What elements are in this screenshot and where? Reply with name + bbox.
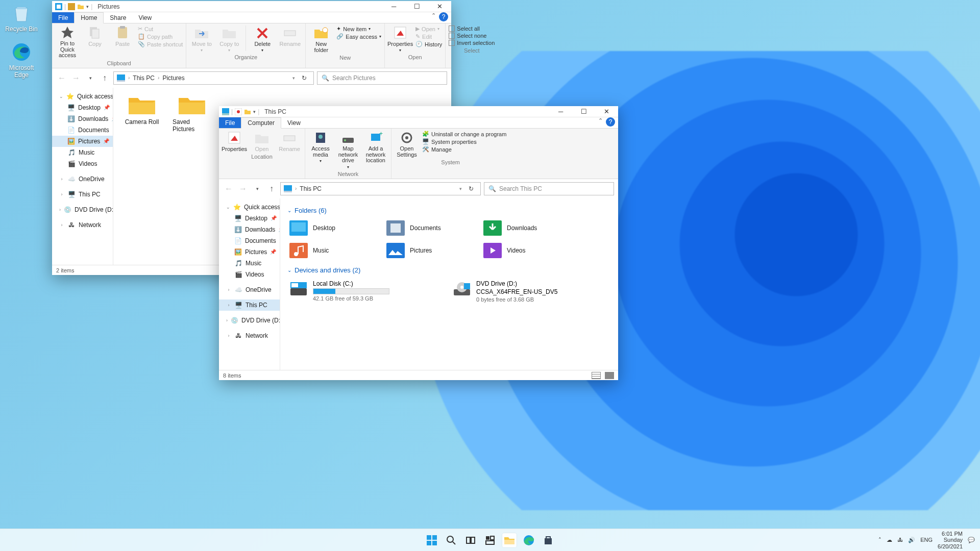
close-button[interactable]: ✕	[595, 106, 618, 117]
properties-button[interactable]: Properties▾	[388, 26, 412, 53]
select-all-button[interactable]: Select all	[449, 26, 495, 32]
nav-music[interactable]: 🎵Music	[52, 147, 113, 158]
refresh-button[interactable]: ↻	[465, 185, 477, 192]
help-button[interactable]: ?	[439, 12, 448, 21]
titlebar[interactable]: | ▾ | This PC ─ ☐ ✕	[219, 106, 618, 117]
breadcrumb-leaf[interactable]: Pictures	[162, 74, 184, 82]
maximize-button[interactable]: ☐	[572, 106, 595, 117]
maximize-button[interactable]: ☐	[405, 1, 428, 12]
nav-videos[interactable]: 🎬Videos	[219, 269, 280, 280]
tray-chevron-up-icon[interactable]: ˄	[878, 537, 881, 543]
addr-dropdown-icon[interactable]: ▾	[459, 186, 462, 191]
forward-button[interactable]: →	[237, 183, 249, 194]
nav-documents[interactable]: 📄Documents📌	[52, 124, 113, 136]
recent-dropdown[interactable]: ▾	[85, 72, 96, 84]
minimize-button[interactable]: ─	[549, 106, 572, 117]
section-folders[interactable]: ⌄Folders (6)	[287, 207, 611, 214]
invert-selection-button[interactable]: Invert selection	[449, 40, 495, 46]
drive-dvd-d[interactable]: DVD Drive (D:) CCSA_X64FRE_EN-US_DV5 0 b…	[451, 278, 594, 305]
taskbar-store[interactable]	[541, 533, 555, 547]
nav-documents[interactable]: 📄Documents📌	[219, 235, 280, 246]
tray-onedrive-icon[interactable]: ☁	[887, 537, 892, 543]
properties-button[interactable]: Properties	[222, 131, 247, 152]
qat-dropdown-icon[interactable]: ▾	[253, 109, 256, 114]
tray-clock[interactable]: 6:01 PM Sunday 6/20/2021	[938, 531, 963, 550]
help-button[interactable]: ?	[606, 117, 615, 127]
nav-downloads[interactable]: ⬇️Downloads📌	[52, 113, 113, 124]
history-button[interactable]: 🕘History	[415, 41, 442, 47]
nav-pictures[interactable]: 🖼️Pictures📌	[52, 136, 113, 147]
folder-saved-pictures[interactable]: Saved Pictures	[173, 94, 211, 133]
forward-button[interactable]: →	[70, 72, 82, 84]
tray-language[interactable]: ENG	[920, 537, 933, 543]
breadcrumb-root[interactable]: This PC	[300, 185, 322, 192]
tray-notifications-icon[interactable]: 💬	[968, 537, 975, 543]
nav-pictures[interactable]: 🖼️Pictures📌	[219, 246, 280, 258]
drive-local-c[interactable]: Local Disk (C:) 42.1 GB free of 59.3 GB	[287, 278, 430, 305]
nav-desktop[interactable]: 🖥️Desktop📌	[219, 213, 280, 224]
folder-tile-pictures[interactable]: Pictures	[384, 241, 481, 263]
folder-tile-music[interactable]: Music	[287, 241, 384, 263]
recent-dropdown[interactable]: ▾	[252, 183, 263, 194]
view-details-button[interactable]	[592, 372, 601, 379]
paste-button[interactable]: Paste	[110, 26, 135, 47]
breadcrumb-root[interactable]: This PC	[133, 74, 155, 82]
easy-access-button[interactable]: 🔗Easy access ▾	[336, 33, 381, 40]
uninstall-program-button[interactable]: 🧩Uninstall or change a program	[422, 131, 506, 137]
nav-quick-access[interactable]: ⌄⭐Quick access	[52, 91, 113, 102]
nav-downloads[interactable]: ⬇️Downloads📌	[219, 224, 280, 235]
paste-shortcut-button[interactable]: 📎Paste shortcut	[138, 41, 183, 47]
tab-file[interactable]: File	[219, 117, 241, 128]
nav-onedrive[interactable]: ›☁️OneDrive	[219, 284, 280, 295]
nav-dvd[interactable]: ›💿DVD Drive (D:) CCSA	[219, 315, 280, 326]
open-button[interactable]: Open	[250, 131, 274, 152]
nav-onedrive[interactable]: ›☁️OneDrive	[52, 173, 113, 185]
taskbar-edge[interactable]	[522, 533, 536, 547]
minimize-button[interactable]: ─	[382, 1, 405, 12]
desktop-icon-edge[interactable]: Microsoft Edge	[2, 42, 41, 79]
qat-dropdown-icon[interactable]: ▾	[86, 4, 89, 9]
content-area[interactable]: ⌄Folders (6) Desktop Documents Downloads…	[280, 198, 618, 370]
back-button[interactable]: ←	[223, 183, 234, 194]
up-button[interactable]: ↑	[266, 183, 277, 194]
folder-tile-documents[interactable]: Documents	[384, 218, 481, 241]
nav-dvd[interactable]: ›💿DVD Drive (D:) CCSA	[52, 204, 113, 215]
nav-desktop[interactable]: 🖥️Desktop📌	[52, 102, 113, 113]
addr-dropdown-icon[interactable]: ▾	[292, 76, 295, 81]
nav-videos[interactable]: 🎬Videos	[52, 158, 113, 169]
new-item-button[interactable]: ✦New item ▾	[336, 26, 381, 32]
view-large-button[interactable]	[605, 372, 614, 379]
rename-button[interactable]: Rename	[278, 26, 302, 47]
collapse-ribbon-button[interactable]: ⌃	[428, 12, 439, 23]
tray-network-icon[interactable]: 🖧	[897, 537, 903, 543]
refresh-button[interactable]: ↻	[298, 74, 310, 82]
pin-to-quick-access-button[interactable]: Pin to Quick access	[55, 26, 80, 59]
nav-music[interactable]: 🎵Music	[219, 258, 280, 269]
nav-network[interactable]: ›🖧Network	[219, 330, 280, 341]
copy-button[interactable]: Copy	[83, 26, 107, 47]
tab-computer[interactable]: Computer	[241, 117, 281, 129]
widgets-button[interactable]	[483, 533, 497, 547]
folder-camera-roll[interactable]: Camera Roll	[122, 94, 161, 133]
tab-view[interactable]: View	[132, 12, 158, 23]
tray-volume-icon[interactable]: 🔊	[908, 537, 915, 543]
tab-file[interactable]: File	[52, 12, 74, 23]
folder-tile-desktop[interactable]: Desktop	[287, 218, 384, 241]
tab-share[interactable]: Share	[104, 12, 132, 23]
map-drive-button[interactable]: Map network drive▾	[336, 131, 360, 169]
start-button[interactable]	[425, 533, 439, 547]
desktop-icon-recycle-bin[interactable]: Recycle Bin	[2, 3, 41, 33]
rename-button[interactable]: Rename	[277, 131, 302, 152]
nav-this-pc[interactable]: ›🖥️This PC	[52, 189, 113, 200]
new-folder-button[interactable]: New folder	[309, 26, 333, 53]
titlebar[interactable]: | ▾ | Pictures ─ ☐ ✕	[52, 1, 451, 12]
copy-path-button[interactable]: 📋Copy path	[138, 33, 183, 40]
qat-props-icon[interactable]	[235, 108, 242, 115]
manage-button[interactable]: 🛠️Manage	[422, 146, 506, 153]
edit-button[interactable]: ✎Edit	[415, 33, 442, 40]
folder-tile-videos[interactable]: Videos	[481, 241, 578, 263]
delete-button[interactable]: Delete▾	[250, 26, 275, 53]
tab-view[interactable]: View	[281, 117, 307, 128]
search-input[interactable]: 🔍 Search Pictures	[317, 71, 447, 85]
nav-quick-access[interactable]: ⌄⭐Quick access	[219, 202, 280, 213]
